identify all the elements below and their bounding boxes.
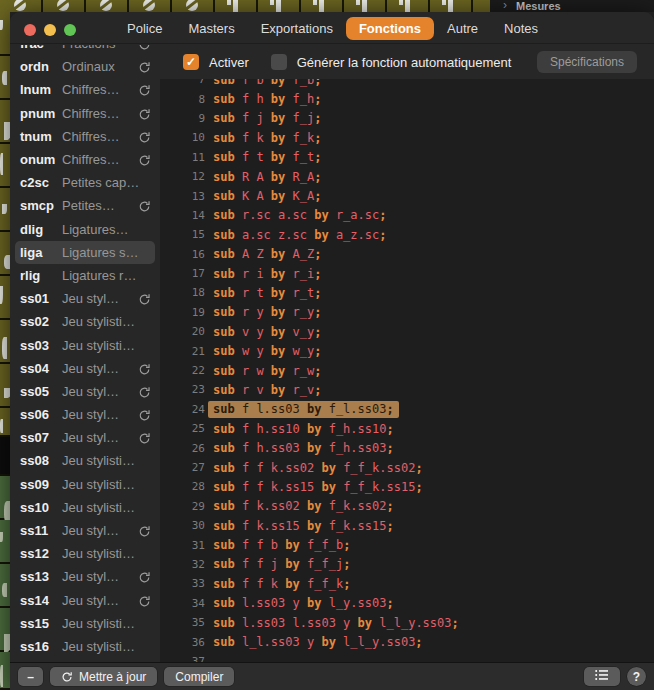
specifications-button[interactable]: Spécifications — [537, 51, 637, 73]
code-line-17[interactable]: 17sub r i by r_i; — [160, 264, 654, 283]
sidebar-item-ss02[interactable]: ss02Jeu stylisti… — [10, 310, 160, 333]
sidebar-item-ss10[interactable]: ss10Jeu stylisti… — [10, 496, 160, 519]
code-line-13[interactable]: 13sub K A by K_A; — [160, 186, 654, 205]
code-line-34[interactable]: 34sub l.ss03 y by l_y.ss03; — [160, 594, 654, 613]
code-line-28[interactable]: 28sub f f k.ss15 by f_f_k.ss15; — [160, 477, 654, 496]
sidebar-item-ss13[interactable]: ss13Jeu styl… — [10, 565, 160, 588]
refresh-icon[interactable] — [138, 594, 151, 607]
update-button[interactable]: Mettre à jour — [50, 667, 157, 686]
sidebar-item-ss01[interactable]: ss01Jeu styl… — [10, 287, 160, 310]
tab-exportations[interactable]: Exportations — [248, 17, 346, 40]
refresh-icon[interactable] — [138, 153, 151, 166]
sidebar-item-c2sc[interactable]: c2scPetites cap… — [10, 171, 160, 194]
zoom-button[interactable] — [64, 24, 76, 36]
code-line-31[interactable]: 31sub f f b by f_f_b; — [160, 535, 654, 554]
code-line-35[interactable]: 35sub l.ss03 l.ss03 y by l_l_y.ss03; — [160, 613, 654, 632]
sidebar-item-ss08[interactable]: ss08Jeu stylisti… — [10, 449, 160, 472]
refresh-icon[interactable] — [138, 199, 151, 212]
sidebar-item-ss15[interactable]: ss15Jeu stylisti… — [10, 612, 160, 635]
code-line-30[interactable]: 30sub f k.ss15 by f_k.ss15; — [160, 516, 654, 535]
refresh-icon[interactable] — [138, 130, 151, 143]
code-line-15[interactable]: 15sub a.sc z.sc by a_z.sc; — [160, 225, 654, 244]
code-line-8[interactable]: 8sub f h by f_h; — [160, 89, 654, 108]
refresh-icon[interactable] — [138, 385, 151, 398]
refresh-icon[interactable] — [138, 524, 151, 537]
code-line-22[interactable]: 22sub r w by r_w; — [160, 361, 654, 380]
code-line-32[interactable]: 32sub f f j by f_f_j; — [160, 555, 654, 574]
code-line-36[interactable]: 36sub l_l.ss03 y by l_l_y.ss03; — [160, 632, 654, 651]
code-line-19[interactable]: 19sub r y by r_y; — [160, 303, 654, 322]
line-number: 26 — [160, 442, 213, 455]
code-line-10[interactable]: 10sub f k by f_k; — [160, 128, 654, 147]
code-line-24[interactable]: 24sub f l.ss03 by f_l.ss03; — [160, 400, 654, 419]
code-text: sub w y by w_y; — [213, 344, 321, 358]
refresh-icon[interactable] — [138, 408, 151, 421]
tab-fonctions[interactable]: Fonctions — [346, 17, 434, 40]
code-text: sub f t by f_t; — [213, 150, 321, 164]
code-line-25[interactable]: 25sub f h.ss10 by f_h.ss10; — [160, 419, 654, 438]
sidebar-item-ss14[interactable]: ss14Jeu styl… — [10, 589, 160, 612]
refresh-icon[interactable] — [138, 431, 151, 444]
sidebar-item-ss06[interactable]: ss06Jeu styl… — [10, 403, 160, 426]
feature-sidebar[interactable]: fracFractionsordnOrdinauxlnumChiffres…pn… — [10, 45, 160, 662]
code-line-7[interactable]: 7sub f b by f_b; — [160, 79, 654, 89]
remove-feature-button[interactable]: – — [18, 667, 43, 686]
sidebar-item-ss05[interactable]: ss05Jeu styl… — [10, 380, 160, 403]
code-line-27[interactable]: 27sub f f k.ss02 by f_f_k.ss02; — [160, 458, 654, 477]
code-line-14[interactable]: 14sub r.sc a.sc by r_a.sc; — [160, 206, 654, 225]
sidebar-item-liga[interactable]: ligaLigatures s… — [15, 241, 155, 264]
tab-masters[interactable]: Masters — [175, 17, 247, 40]
generer-checkbox[interactable] — [271, 54, 287, 70]
code-line-9[interactable]: 9sub f j by f_j; — [160, 109, 654, 128]
sidebar-item-tnum[interactable]: tnumChiffres… — [10, 125, 160, 148]
activer-checkbox[interactable]: ✓ — [183, 54, 199, 70]
tab-autre[interactable]: Autre — [434, 17, 491, 40]
sidebar-item-smcp[interactable]: smcpPetites… — [10, 194, 160, 217]
code-line-23[interactable]: 23sub r v by r_v; — [160, 380, 654, 399]
code-line-26[interactable]: 26sub f h.ss03 by f_h.ss03; — [160, 438, 654, 457]
refresh-icon[interactable] — [138, 107, 151, 120]
sidebar-item-ss04[interactable]: ss04Jeu styl… — [10, 357, 160, 380]
sidebar-item-pnum[interactable]: pnumChiffres… — [10, 102, 160, 125]
close-button[interactable] — [24, 24, 36, 36]
code-line-11[interactable]: 11sub f t by f_t; — [160, 148, 654, 167]
minimize-button[interactable] — [44, 24, 56, 36]
sidebar-item-ss11[interactable]: ss11Jeu styl… — [10, 519, 160, 542]
sidebar-item-ss12[interactable]: ss12Jeu stylisti… — [10, 542, 160, 565]
sidebar-item-ss07[interactable]: ss07Jeu styl… — [10, 426, 160, 449]
sidebar-item-ordn[interactable]: ordnOrdinaux — [10, 55, 160, 78]
feature-description: Petites… — [62, 198, 134, 213]
refresh-icon[interactable] — [138, 83, 151, 96]
refresh-icon[interactable] — [138, 570, 151, 583]
compile-button[interactable]: Compiler — [164, 667, 234, 686]
sidebar-item-dlig[interactable]: dligLigatures… — [10, 218, 160, 241]
list-view-button[interactable] — [584, 667, 620, 686]
code-line-33[interactable]: 33sub f f k by f_f_k; — [160, 574, 654, 593]
tab-police[interactable]: Police — [114, 17, 175, 40]
code-line-18[interactable]: 18sub r t by r_t; — [160, 283, 654, 302]
code-line-12[interactable]: 12sub R A by R_A; — [160, 167, 654, 186]
code-line-21[interactable]: 21sub w y by w_y; — [160, 341, 654, 360]
code-line-16[interactable]: 16sub A Z by A_Z; — [160, 245, 654, 264]
help-button[interactable]: ? — [627, 667, 646, 686]
refresh-icon[interactable] — [138, 362, 151, 375]
tab-notes[interactable]: Notes — [491, 17, 551, 40]
code-text: sub l_l.ss03 y by l_l_y.ss03; — [213, 635, 423, 649]
code-line-20[interactable]: 20sub v y by v_y; — [160, 322, 654, 341]
refresh-icon[interactable] — [138, 45, 151, 50]
code-line-37[interactable]: 37 — [160, 652, 654, 662]
code-editor[interactable]: 7sub f b by f_b;8sub f h by f_h;9sub f j… — [160, 79, 654, 662]
sidebar-item-rlig[interactable]: rligLigatures r… — [10, 264, 160, 287]
sidebar-item-onum[interactable]: onumChiffres… — [10, 148, 160, 171]
refresh-icon[interactable] — [138, 292, 151, 305]
line-number: 7 — [160, 79, 213, 86]
refresh-icon[interactable] — [138, 60, 151, 73]
sidebar-item-ss09[interactable]: ss09Jeu stylisti… — [10, 473, 160, 496]
line-number: 20 — [160, 325, 213, 338]
sidebar-item-frac[interactable]: fracFractions — [10, 45, 160, 55]
sidebar-item-lnum[interactable]: lnumChiffres… — [10, 78, 160, 101]
code-line-29[interactable]: 29sub f k.ss02 by f_k.ss02; — [160, 497, 654, 516]
sidebar-item-ss03[interactable]: ss03Jeu stylisti… — [10, 333, 160, 356]
line-number: 17 — [160, 267, 213, 280]
sidebar-item-ss16[interactable]: ss16Jeu stylisti… — [10, 635, 160, 658]
